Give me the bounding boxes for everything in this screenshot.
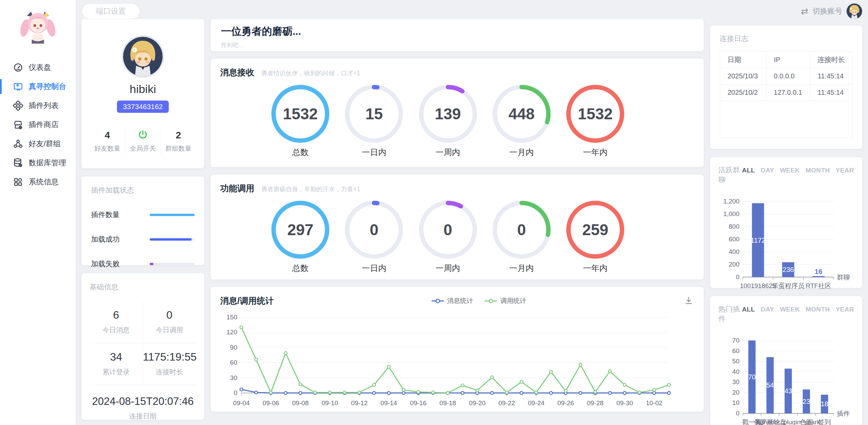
svg-text:400: 400 [729,248,739,255]
profile-card: hibiki 3373463162 4 好友数量 全局开关 [81,19,204,168]
tab-week[interactable]: WEEK [780,167,800,174]
sidebar-item-dashboard[interactable]: 仪表盘 [0,58,76,77]
hot-plugins-title: 热门插件 [718,304,742,323]
tab-year[interactable]: YEAR [836,167,854,174]
tab-month[interactable]: MONTH [806,306,830,313]
legend-item[interactable]: 调用统计 [484,297,526,305]
ring-value: 259 [566,201,624,259]
sidebar-item-console[interactable]: 真寻控制台 [0,77,76,96]
call-stats-title: 功能调用 [220,183,254,194]
svg-text:1001918625: 1001918625 [740,282,776,289]
tab-all[interactable]: ALL [742,167,755,174]
message-stats-rings: 1532 总数 15 一日内 139 一周内 [220,85,694,158]
connection-log-title: 连接日志 [720,34,853,43]
ring-value: 1532 [566,85,624,143]
tab-month[interactable]: MONTH [806,167,830,174]
svg-text:09-06: 09-06 [263,399,279,407]
ring-label: 一月内 [493,147,551,158]
left-column: hibiki 3373463162 4 好友数量 全局开关 [81,19,204,420]
topbar-avatar[interactable] [847,3,862,19]
stat-ring: 139 一周内 [419,85,477,158]
svg-text:10-02: 10-02 [646,399,662,407]
global-switch-stat: 全局开关 [125,127,161,156]
dashboard-icon [13,62,23,73]
stat-ring: 259 一年内 [566,201,624,274]
svg-text:30: 30 [230,374,237,381]
tab-year[interactable]: YEAR [836,306,854,313]
stat-ring: 1532 总数 [271,85,329,158]
today-call-cell: 0 今日调用 [143,301,196,343]
active-groups-title: 活跃群聊 [718,165,742,184]
sidebar-item-database[interactable]: 数据库管理 [0,153,76,172]
ring-label: 一日内 [345,147,403,158]
svg-text:09-14: 09-14 [380,399,397,407]
profile-avatar [122,35,164,78]
ring-value: 15 [345,85,403,143]
line-chart-card: 消息/调用统计 消息统计 调用统计 030609012015009-0409-0… [211,287,704,412]
svg-text:09-26: 09-26 [557,399,574,407]
svg-text:43: 43 [784,387,792,395]
table-row: 2025/10/2127.0.0.111:45:14 [720,85,853,101]
sidebar-item-label: 插件商店 [29,120,59,130]
svg-text:236: 236 [782,266,794,273]
sidebar-item-plugin-list[interactable]: 插件列表 [0,96,76,115]
hero-subtitle: 挥剑吧... [221,41,693,49]
system-info-icon [13,177,23,187]
conn-date-cell: 2024-08-15T20:07:46 连接日期 [90,395,196,421]
plugin-status-card: 插件加载状态 插件数量 加载成功 加载失败 [81,177,204,265]
plugin-store-icon [13,120,23,130]
tab-all[interactable]: ALL [742,306,755,313]
svg-text:09-30: 09-30 [616,399,633,407]
app-root: 仪表盘 真寻控制台 插件列表 插件商店 [0,0,868,425]
power-icon[interactable] [125,129,160,141]
database-icon [13,158,23,168]
ring-value: 0 [345,201,403,259]
svg-text:签到: 签到 [818,419,831,425]
svg-text:40: 40 [732,368,739,375]
svg-text:0: 0 [736,410,739,417]
download-icon[interactable] [684,296,694,306]
ring-label: 总数 [271,263,329,274]
svg-text:09-18: 09-18 [439,399,456,407]
table-row: 2025/10/30.0.0.011:45:14 [720,68,853,85]
tab-day[interactable]: DAY [761,306,774,313]
line-chart-title: 消息/调用统计 [220,295,274,306]
svg-text:800: 800 [729,223,739,230]
sidebar-item-friends-groups[interactable]: 好友/群组 [0,134,76,153]
svg-text:23: 23 [803,398,810,405]
port-settings-button[interactable]: 端口设置 [81,3,140,19]
stat-ring: 0 一周内 [419,201,477,274]
basic-info-card: 基础信息 6 今日消息 0 今日调用 34 累计登录 [81,273,204,420]
group-count-stat: 2 群组数量 [161,127,196,156]
svg-text:200: 200 [729,261,739,268]
svg-text:插件: 插件 [837,410,850,417]
legend-item[interactable]: 消息统计 [431,297,473,305]
svg-text:50: 50 [732,358,739,365]
profile-name: hibiki [90,82,196,96]
svg-text:09-16: 09-16 [410,399,427,407]
switch-account[interactable]: ⇄ 切换账号 [801,3,862,19]
ring-label: 一日内 [345,263,403,274]
bot-logo [17,7,58,48]
tab-day[interactable]: DAY [761,167,774,174]
sidebar-item-system-info[interactable]: 系统信息 [0,172,76,192]
svg-text:0: 0 [234,389,237,396]
sidebar-item-plugin-store[interactable]: 插件商店 [0,115,76,134]
svg-text:70: 70 [732,337,739,344]
svg-text:09-12: 09-12 [351,399,368,407]
ring-value: 297 [271,201,329,259]
svg-text:09-04: 09-04 [233,399,250,407]
stat-ring: 1532 一年内 [566,85,624,158]
plugin-status-row: 插件数量 [91,210,195,219]
tab-week[interactable]: WEEK [780,306,800,313]
sidebar-nav: 仪表盘 真寻控制台 插件列表 插件商店 [0,58,76,192]
plugin-status-row: 加载成功 [91,234,195,244]
line-chart-legend: 消息统计 调用统计 [274,297,684,305]
legend-marker-icon [431,299,444,303]
console-icon [13,81,23,92]
today-msg-cell: 6 今日消息 [90,301,143,343]
svg-text:20: 20 [732,389,739,396]
ring-value: 139 [419,85,477,143]
basic-info-title: 基础信息 [90,282,196,292]
svg-text:30: 30 [732,378,739,385]
